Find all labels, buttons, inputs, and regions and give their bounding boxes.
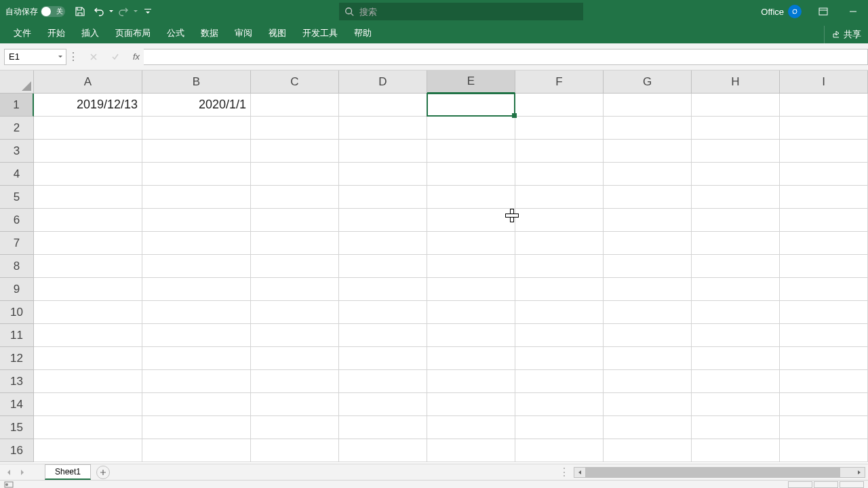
tab-page-layout[interactable]: 页面布局 [107, 23, 159, 43]
cell[interactable] [339, 117, 427, 140]
row-header[interactable]: 9 [0, 278, 34, 301]
cell[interactable] [339, 393, 427, 416]
sheet-bar-drag-handle[interactable]: ⋮ [555, 466, 574, 479]
sheet-nav-prev-button[interactable] [3, 466, 15, 479]
cell[interactable] [34, 255, 142, 278]
cell[interactable] [142, 278, 251, 301]
cell[interactable] [142, 255, 251, 278]
cell[interactable] [142, 140, 251, 163]
cell[interactable] [251, 163, 339, 186]
page-break-view-button[interactable] [840, 481, 864, 488]
cell[interactable] [604, 232, 692, 255]
cell[interactable] [780, 347, 868, 370]
cell[interactable] [142, 439, 251, 462]
undo-dropdown-icon[interactable] [108, 9, 114, 14]
cell[interactable] [515, 301, 604, 324]
cell[interactable] [142, 186, 251, 209]
cell[interactable] [251, 370, 339, 393]
cell[interactable] [339, 140, 427, 163]
scroll-right-button[interactable] [854, 468, 865, 477]
cell[interactable] [692, 393, 780, 416]
cell[interactable] [142, 209, 251, 232]
cell[interactable] [604, 209, 692, 232]
cell[interactable] [692, 324, 780, 347]
cell[interactable] [692, 278, 780, 301]
cell[interactable] [780, 393, 868, 416]
autosave-control[interactable]: 自动保存 关 [0, 6, 71, 18]
tab-insert[interactable]: 插入 [73, 23, 107, 43]
cell[interactable] [251, 393, 339, 416]
cell[interactable] [780, 163, 868, 186]
row-header[interactable]: 8 [0, 255, 34, 278]
cell[interactable] [515, 370, 604, 393]
cell[interactable] [251, 232, 339, 255]
cells-area[interactable]: 2019/12/132020/1/1 [34, 94, 868, 462]
cell[interactable] [427, 278, 515, 301]
row-header[interactable]: 6 [0, 209, 34, 232]
column-header[interactable]: C [251, 70, 339, 94]
cell[interactable] [142, 370, 251, 393]
office-account[interactable]: Office [754, 5, 808, 18]
cell[interactable] [604, 255, 692, 278]
column-header[interactable]: B [142, 70, 251, 94]
ribbon-display-options-button[interactable] [808, 0, 838, 23]
column-header[interactable]: I [780, 70, 868, 94]
cell[interactable] [34, 393, 142, 416]
cell[interactable] [604, 370, 692, 393]
cell[interactable] [692, 370, 780, 393]
cell[interactable] [427, 94, 515, 117]
column-header[interactable]: G [604, 70, 692, 94]
cell[interactable] [142, 301, 251, 324]
cell[interactable] [692, 416, 780, 439]
cell[interactable] [34, 186, 142, 209]
cell[interactable] [142, 163, 251, 186]
share-button[interactable]: 共享 [824, 26, 868, 43]
column-header[interactable]: H [692, 70, 780, 94]
cell[interactable] [427, 163, 515, 186]
cell[interactable] [515, 209, 604, 232]
row-header[interactable]: 7 [0, 232, 34, 255]
tab-developer[interactable]: 开发工具 [294, 23, 346, 43]
cell[interactable] [515, 94, 604, 117]
cell[interactable] [780, 324, 868, 347]
cell[interactable] [780, 278, 868, 301]
tab-help[interactable]: 帮助 [346, 23, 380, 43]
cell[interactable] [427, 416, 515, 439]
cell[interactable] [780, 232, 868, 255]
undo-button[interactable] [90, 2, 108, 21]
cell[interactable] [604, 347, 692, 370]
row-header[interactable]: 12 [0, 347, 34, 370]
tab-formulas[interactable]: 公式 [159, 23, 193, 43]
row-header[interactable]: 5 [0, 186, 34, 209]
cell[interactable] [604, 94, 692, 117]
fx-icon[interactable]: fx [129, 52, 144, 62]
cell[interactable] [604, 393, 692, 416]
row-header[interactable]: 16 [0, 439, 34, 462]
cell[interactable] [339, 278, 427, 301]
cell[interactable] [427, 232, 515, 255]
cell[interactable] [515, 416, 604, 439]
cell[interactable] [515, 255, 604, 278]
cell[interactable] [692, 301, 780, 324]
cell[interactable] [142, 232, 251, 255]
cell[interactable] [692, 255, 780, 278]
cell[interactable] [692, 117, 780, 140]
row-header[interactable]: 15 [0, 416, 34, 439]
cell[interactable] [604, 278, 692, 301]
save-button[interactable] [71, 2, 90, 21]
cell[interactable] [251, 347, 339, 370]
page-layout-view-button[interactable] [814, 481, 838, 488]
cell[interactable] [251, 117, 339, 140]
cell[interactable] [604, 186, 692, 209]
cell[interactable] [251, 324, 339, 347]
cell[interactable] [515, 117, 604, 140]
cell[interactable] [34, 278, 142, 301]
cell[interactable] [780, 301, 868, 324]
scroll-track[interactable] [585, 468, 854, 477]
cell[interactable] [34, 117, 142, 140]
minimize-button[interactable] [838, 0, 868, 23]
cell[interactable] [427, 209, 515, 232]
cell[interactable] [604, 416, 692, 439]
cell[interactable] [142, 347, 251, 370]
column-header[interactable]: D [339, 70, 427, 94]
